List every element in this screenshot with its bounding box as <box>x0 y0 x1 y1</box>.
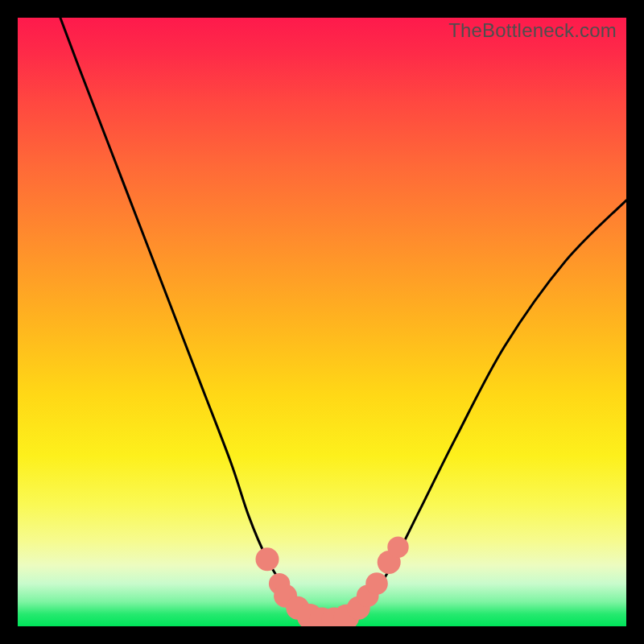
highlight-dots <box>256 537 409 627</box>
chart-svg <box>18 18 626 626</box>
highlight-dot <box>256 547 279 571</box>
chart-frame: TheBottleneck.com <box>0 0 644 644</box>
chart-plot-area: TheBottleneck.com <box>18 18 626 626</box>
bottleneck-curve <box>60 18 626 621</box>
highlight-dot <box>387 537 408 558</box>
highlight-dot <box>365 572 388 595</box>
